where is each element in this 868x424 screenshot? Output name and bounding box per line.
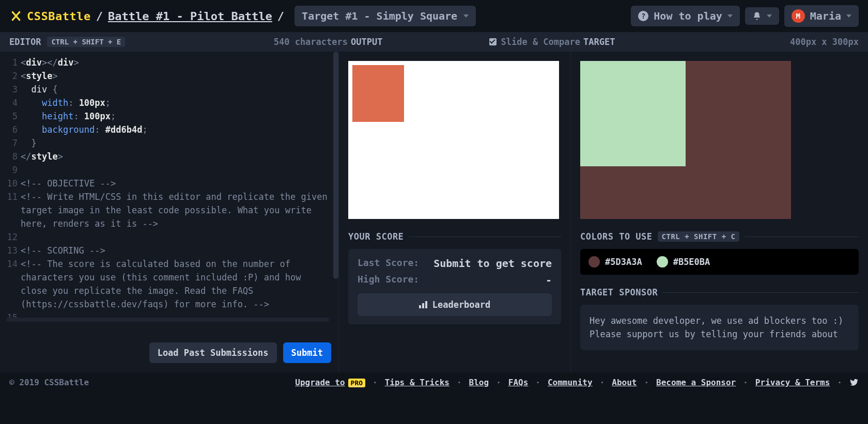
breadcrumb-slash: / [96,10,103,23]
leaderboard-icon [419,301,427,308]
chevron-down-icon [846,14,851,18]
target-square [580,61,686,166]
colors-shortcut: CTRL + SHIFT + C [658,231,740,242]
bell-icon [752,11,762,21]
chevron-down-icon [727,14,733,18]
scrollbar-horizontal[interactable] [6,318,329,322]
question-icon: ? [638,11,648,21]
output-pane-label: OUTPUT [351,37,382,47]
svg-rect-0 [419,305,421,308]
last-score-value: Submit to get score [433,257,552,270]
footer-link-blog[interactable]: Blog [469,378,489,387]
breadcrumb-slash: / [277,10,284,23]
footer: © 2019 CSSBattle Upgrade toPRO · Tips & … [0,372,868,392]
score-box: Last Score: Submit to get score High Sco… [348,249,561,324]
user-menu-button[interactable]: M Maria [784,5,859,27]
logo[interactable]: CSSBattle [9,9,91,23]
sponsor-box: Hey awesome developer, we use ad blocker… [580,305,859,350]
notifications-button[interactable] [745,7,779,25]
line-gutter: 1234567891011 121314 15 [0,52,21,372]
target-dropdown-label: Target #1 - Simply Square [302,10,457,22]
slide-compare-checkbox[interactable] [489,38,497,45]
svg-rect-1 [422,303,424,308]
upgrade-link[interactable]: Upgrade toPRO [295,378,365,387]
swatch-icon [588,256,600,268]
footer-link-tips[interactable]: Tips & Tricks [385,378,450,387]
avatar: M [792,9,805,23]
leaderboard-button[interactable]: Leaderboard [358,293,552,316]
scrollbar-vertical[interactable] [333,52,338,279]
swatch-hex: #5D3A3A [605,257,642,267]
pane-header: EDITOR CTRL + SHIFT + E 540 characters O… [0,32,868,52]
app-header: CSSBattle / Battle #1 - Pilot Battle / T… [0,0,868,32]
sponsor-text: Hey awesome developer, we use ad blocker… [590,316,843,339]
sponsor-title: TARGET SPONSOR [580,287,658,297]
footer-link-sponsor[interactable]: Become a Sponsor [656,378,736,387]
color-swatch-item[interactable]: #B5E0BA [657,256,710,268]
output-pane: YOUR SCORE Last Score: Submit to get sco… [338,52,571,372]
code-editor[interactable]: <div></div> <style> div { width: 100px; … [21,52,338,372]
target-pane-label: TARGET [583,37,615,47]
char-count: 540 characters [274,37,348,47]
last-score-label: Last Score: [358,257,419,270]
swatch-hex: #B5E0BA [673,257,710,267]
twitter-icon[interactable] [849,378,859,387]
colors-title: COLORS TO USE [580,231,653,242]
target-dropdown[interactable]: Target #1 - Simply Square [295,6,476,26]
footer-link-about[interactable]: About [612,378,637,387]
footer-link-privacy[interactable]: Privacy & Terms [755,378,830,387]
battle-link[interactable]: Battle #1 - Pilot Battle [108,10,272,23]
logo-text: CSSBattle [27,10,91,23]
submit-button[interactable]: Submit [283,342,331,363]
high-score-value: - [546,274,552,286]
leaderboard-label: Leaderboard [432,300,491,310]
color-swatch-item[interactable]: #5D3A3A [588,256,642,268]
colors-box: #5D3A3A #B5E0BA [580,249,859,275]
target-pane: COLORS TO USE CTRL + SHIFT + C #5D3A3A #… [571,52,868,372]
footer-link-faqs[interactable]: FAQs [508,378,529,387]
output-square [352,65,404,122]
how-to-play-button[interactable]: ? How to play [631,6,739,26]
output-canvas[interactable] [348,61,559,219]
logo-icon [9,9,23,23]
svg-rect-2 [425,301,427,308]
main: 1234567891011 121314 15 <div></div> <sty… [0,52,868,372]
username: Maria [810,10,841,22]
slide-compare-label: Slide & Compare [501,37,580,47]
your-score-title: YOUR SCORE [348,231,404,242]
editor-pane: 1234567891011 121314 15 <div></div> <sty… [0,52,338,372]
target-dimensions: 400px x 300px [790,37,859,47]
load-submissions-button[interactable]: Load Past Submissions [149,342,277,363]
target-canvas[interactable] [580,61,791,219]
swatch-icon [657,256,668,268]
high-score-label: High Score: [358,274,419,286]
footer-link-community[interactable]: Community [548,378,593,387]
copyright: © 2019 CSSBattle [9,378,89,387]
chevron-down-icon [463,14,469,18]
how-to-play-label: How to play [654,10,722,22]
editor-pane-label: EDITOR [9,37,41,47]
editor-shortcut: CTRL + SHIFT + E [47,37,125,47]
pro-badge: PRO [348,379,365,387]
chevron-down-icon [767,14,772,18]
